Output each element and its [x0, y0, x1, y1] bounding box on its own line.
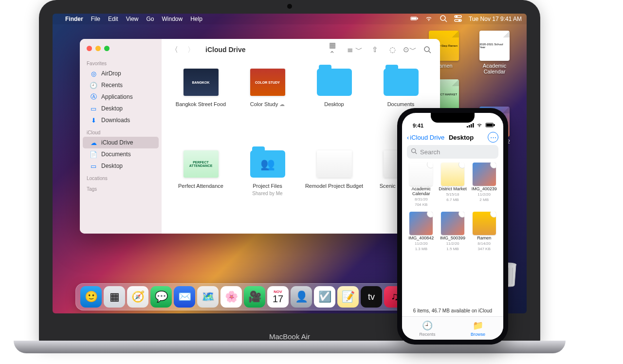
svg-rect-17 — [471, 124, 472, 127]
svg-rect-16 — [469, 125, 470, 127]
forward-button[interactable]: 〉 — [185, 44, 197, 55]
svg-point-3 — [440, 16, 445, 20]
sidebar-item-documents[interactable]: 📄Documents — [83, 148, 159, 160]
dock-item-finder[interactable]: 🙂 — [80, 286, 102, 308]
dock-item-reminders[interactable]: ☑️ — [314, 286, 335, 308]
close-button[interactable] — [87, 46, 92, 51]
file-item[interactable]: Project FilesShared by Me — [237, 147, 298, 229]
file-item[interactable]: COLOR STUDYColor Study ☁︎ — [237, 65, 298, 140]
iphone-file-item[interactable]: IMG_50039911/2/201.5 MB — [439, 212, 467, 251]
iphone-tabbar: 🕘Recents 📁Browse — [402, 316, 503, 340]
menubar-app[interactable]: Finder — [65, 16, 83, 22]
sidebar-heading: Locations — [80, 172, 162, 182]
file-size: 6.7 MB — [446, 198, 458, 202]
menubar: Finder File Edit View Go Window Help — [53, 14, 527, 24]
dock-item-calendar[interactable]: NOV17 — [267, 286, 289, 308]
iphone-file-item[interactable]: Academic Calendar8/31/20704 KB — [407, 163, 436, 207]
dock-item-notes[interactable]: 📝 — [337, 286, 359, 308]
dock-item-photos[interactable]: 🌸 — [220, 286, 242, 308]
back-button[interactable]: ‹iCloud Drive — [407, 134, 444, 141]
sidebar-item-downloads[interactable]: ⬇Downloads — [83, 114, 159, 126]
folder-icon: 📁 — [473, 320, 483, 331]
file-item[interactable]: Remodel Project Budget — [304, 147, 365, 229]
menubar-help[interactable]: Help — [190, 16, 202, 22]
desktop-icon: ▭ — [90, 162, 97, 170]
finder-title: iCloud Drive — [205, 46, 245, 54]
iphone-navbar: ‹iCloud Drive Desktop ⋯ — [402, 129, 503, 145]
file-label: IMG_400842 — [408, 236, 434, 241]
menubar-edit[interactable]: Edit — [108, 16, 118, 22]
dock-item-facetime[interactable]: 🎥 — [244, 286, 265, 308]
airdrop-icon: ◎ — [90, 70, 97, 77]
file-thumb-icon — [473, 163, 496, 186]
file-thumb-icon: 2020-2021 School Year — [479, 31, 510, 61]
file-date: 8/31/20 — [415, 198, 428, 202]
share-button[interactable]: ⇧ — [369, 44, 381, 55]
sidebar-heading: iCloud — [80, 126, 162, 137]
action-button[interactable]: ⊙﹀ — [404, 44, 416, 55]
menubar-view[interactable]: View — [126, 16, 139, 22]
file-item[interactable]: Desktop — [304, 65, 365, 140]
sidebar-item-icloud-desktop[interactable]: ▭Desktop — [83, 160, 159, 172]
minimize-button[interactable] — [95, 46, 101, 51]
dock-item-mail[interactable]: ✉️ — [174, 286, 195, 308]
menubar-clock[interactable]: Tue Nov 17 9:41 AM — [469, 16, 522, 22]
tab-browse[interactable]: 📁Browse — [453, 317, 503, 340]
desktop-label: Academic Calendar — [475, 63, 514, 74]
group-button[interactable]: ≣ ﹀ — [347, 44, 363, 55]
file-label: District Market — [439, 187, 467, 192]
finder-toolbar: 〈 〉 iCloud Drive ▦ ⌃ ≣ ﹀ ⇧ ◌ ⊙﹀ — [162, 39, 440, 60]
battery-icon[interactable] — [410, 15, 418, 24]
dock-item-contacts[interactable]: 👤 — [291, 286, 312, 308]
file-thumb-icon — [441, 212, 464, 235]
file-size: 1.3 MB — [415, 247, 427, 252]
file-size: 2 MB — [479, 198, 489, 202]
desktop-item[interactable]: 2020-2021 School Year Academic Calendar — [475, 31, 514, 74]
tab-recents[interactable]: 🕘Recents — [402, 317, 453, 340]
iphone-file-item[interactable]: District Market5/15/186.7 MB — [439, 163, 467, 207]
tags-button[interactable]: ◌ — [386, 44, 398, 55]
menubar-go[interactable]: Go — [147, 16, 154, 22]
zoom-button[interactable] — [104, 46, 110, 51]
svg-rect-20 — [494, 124, 495, 126]
dock-item-maps[interactable]: 🗺️ — [197, 286, 219, 308]
search-button[interactable] — [421, 44, 433, 55]
file-size: 347 KB — [478, 247, 491, 252]
menubar-file[interactable]: File — [91, 16, 100, 22]
iphone-file-item[interactable]: Ramen8/14/20347 KB — [470, 212, 498, 251]
dock-item-launchpad[interactable]: ▦ — [104, 286, 125, 308]
sidebar-item-desktop[interactable]: ▭Desktop — [83, 103, 159, 114]
file-item[interactable]: PERFECT ATTENDANCEPerfect Attendance — [170, 147, 231, 229]
dock-item-tv[interactable]: tv — [361, 286, 382, 308]
dock-item-messages[interactable]: 💬 — [150, 286, 172, 308]
search-placeholder: Search — [420, 148, 440, 156]
file-item[interactable]: BANGKOKBangkok Street Food — [170, 65, 231, 140]
menubar-window[interactable]: Window — [162, 16, 183, 22]
dock-item-safari[interactable]: 🧭 — [127, 286, 148, 308]
finder-sidebar: Favorites ◎AirDrop 🕘Recents ⒶApplication… — [80, 39, 162, 234]
sidebar-item-icloud-drive[interactable]: ☁iCloud Drive — [83, 137, 159, 148]
file-label: Remodel Project Budget — [305, 183, 363, 189]
window-controls — [80, 44, 162, 57]
iphone-screen: 9:41 ‹iCloud Drive Desktop ⋯ Search Acad… — [402, 113, 503, 340]
file-label: IMG_400239 — [472, 187, 497, 192]
control-center-icon[interactable] — [454, 15, 462, 24]
cloud-icon: ☁ — [90, 139, 97, 146]
sidebar-item-applications[interactable]: ⒶApplications — [83, 91, 159, 103]
view-icons-button[interactable]: ▦ ⌃ — [329, 44, 341, 55]
sidebar-item-airdrop[interactable]: ◎AirDrop — [83, 68, 159, 79]
downloads-icon: ⬇ — [90, 116, 97, 124]
back-button[interactable]: 〈 — [168, 44, 180, 55]
sidebar-item-recents[interactable]: 🕘Recents — [83, 79, 159, 91]
svg-line-10 — [429, 51, 431, 53]
file-thumb-icon — [317, 150, 352, 178]
spotlight-icon[interactable] — [440, 15, 447, 24]
folder-icon — [250, 150, 285, 178]
wifi-icon[interactable] — [425, 15, 433, 24]
more-button[interactable]: ⋯ — [488, 132, 498, 143]
search-input[interactable]: Search — [407, 145, 498, 159]
iphone-file-item[interactable]: IMG_40084211/2/201.3 MB — [407, 212, 436, 251]
file-thumb-icon — [409, 212, 433, 235]
iphone-file-item[interactable]: IMG_40023911/2/202 MB — [470, 163, 498, 207]
file-thumb-icon — [441, 163, 464, 186]
